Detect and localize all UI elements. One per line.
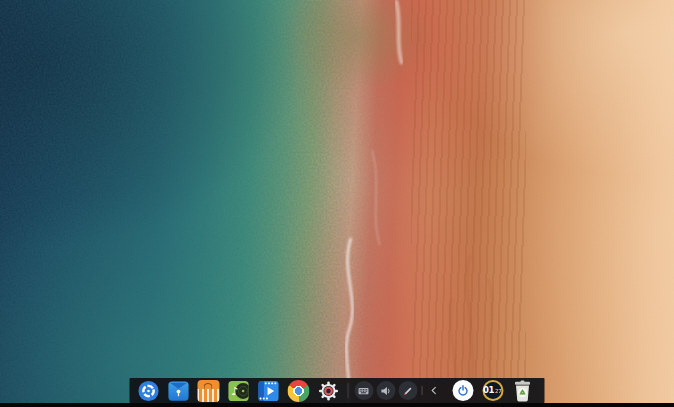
chrome-button[interactable] xyxy=(284,378,314,403)
trash-button[interactable] xyxy=(512,378,534,403)
volume-icon xyxy=(379,384,393,398)
movie-icon xyxy=(258,380,280,402)
clock-hour: 01 xyxy=(483,386,494,395)
deepin-launcher-icon xyxy=(138,380,160,402)
tray-button-circle xyxy=(354,381,373,400)
store-bag-handle-icon xyxy=(204,383,213,389)
tray-collapse-button[interactable] xyxy=(426,378,442,403)
app-store-button[interactable] xyxy=(194,378,224,403)
tray-button-circle xyxy=(376,381,395,400)
store-stripes xyxy=(198,389,220,402)
app-store-icon xyxy=(198,380,220,402)
chrome-icon xyxy=(288,380,310,402)
tray-volume-button[interactable] xyxy=(375,378,397,403)
screen-bottom-strip xyxy=(0,403,674,407)
dock-separator xyxy=(348,383,349,398)
control-center-button[interactable] xyxy=(314,378,344,403)
launcher-button[interactable] xyxy=(134,378,164,403)
tray-button-circle xyxy=(398,381,417,400)
clock-button[interactable]: 0127 xyxy=(482,378,504,403)
settings-gear-icon xyxy=(318,380,340,402)
wallpaper[interactable] xyxy=(0,0,674,407)
desktop: ♪ xyxy=(0,0,674,407)
file-manager-icon xyxy=(168,380,190,402)
chevron-left-icon xyxy=(428,385,439,396)
music-button[interactable]: ♪ xyxy=(224,378,254,403)
power-button[interactable] xyxy=(452,378,474,403)
pen-icon xyxy=(401,384,415,398)
tray-pen-button[interactable] xyxy=(397,378,419,403)
clock-minute: 27 xyxy=(495,388,502,393)
dock-system-group: 0127 xyxy=(452,378,534,403)
power-icon xyxy=(455,383,470,398)
tray-keyboard-button[interactable] xyxy=(353,378,375,403)
dock: ♪ xyxy=(130,378,545,403)
file-manager-button[interactable] xyxy=(164,378,194,403)
music-icon: ♪ xyxy=(228,380,250,402)
trash-icon xyxy=(513,380,533,402)
svg-text:♪: ♪ xyxy=(231,385,238,398)
movie-button[interactable] xyxy=(254,378,284,403)
tray-mini-separator xyxy=(422,386,423,395)
power-disc xyxy=(452,380,473,401)
keyboard-icon xyxy=(357,384,371,398)
clock-icon: 0127 xyxy=(482,380,503,401)
